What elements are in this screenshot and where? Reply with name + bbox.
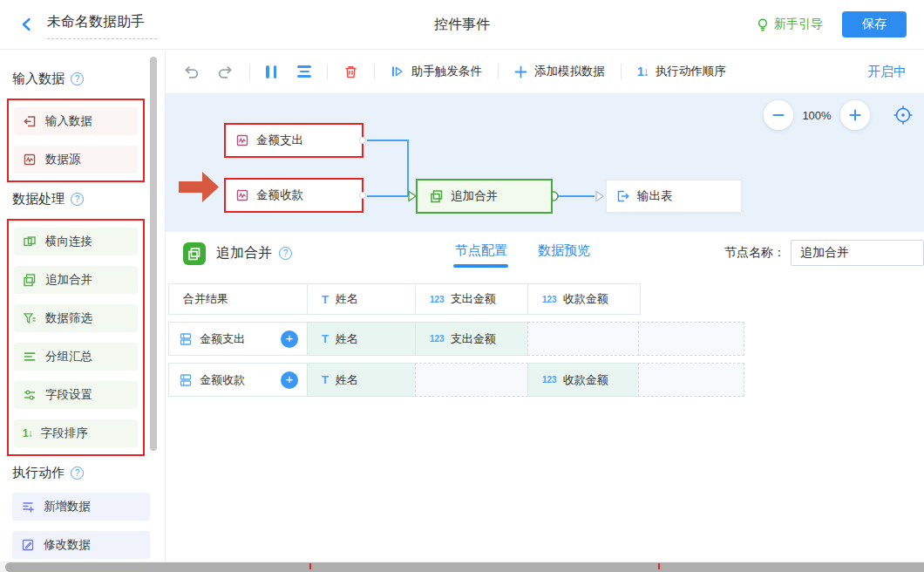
delete-button[interactable] bbox=[338, 61, 363, 83]
sort-icon: 1↓ bbox=[23, 428, 32, 439]
save-button[interactable]: 保存 bbox=[842, 11, 907, 37]
app-window: 未命名数据助手 控件事件 新手引导 保存 输入数据 ? bbox=[0, 0, 924, 572]
tutorial-arrow bbox=[179, 171, 220, 207]
tutorial-red-tick bbox=[658, 563, 660, 569]
header-cell-income-amount: 123 收款金额 bbox=[527, 283, 641, 315]
tutorial-highlight-box: 横向连接 追加合并 数据筛选 bbox=[7, 219, 145, 456]
node-output-table[interactable]: 输出表 bbox=[606, 180, 742, 213]
toolbar-divider bbox=[249, 64, 250, 79]
sidebar-item-label: 横向连接 bbox=[45, 234, 92, 249]
import-icon bbox=[23, 114, 37, 128]
sidebar-item-label: 输入数据 bbox=[45, 113, 92, 129]
merge-config-table: 合并结果 T 姓名 123 支出金额 123 收款金额 bbox=[166, 275, 924, 572]
sidebar-item-modify-data[interactable]: 修改数据 bbox=[12, 531, 150, 559]
zoom-out-button[interactable] bbox=[764, 100, 793, 130]
node-name-input[interactable] bbox=[791, 240, 924, 266]
source-cell-expense: 金额支出 + bbox=[168, 322, 308, 356]
vertical-bars-icon bbox=[266, 65, 276, 78]
locate-center-button[interactable] bbox=[893, 105, 914, 126]
node-amount-income[interactable]: 金额收款 bbox=[224, 178, 363, 213]
help-icon[interactable]: ? bbox=[279, 247, 292, 260]
sidebar-item-input-data[interactable]: 输入数据 bbox=[14, 107, 138, 135]
toolbar-divider bbox=[621, 64, 622, 79]
number-type-icon: 123 bbox=[542, 295, 557, 304]
tab-node-config[interactable]: 节点配置 bbox=[455, 242, 507, 259]
empty-mapping-cell[interactable] bbox=[415, 363, 528, 397]
vertical-layout-button[interactable] bbox=[261, 62, 282, 82]
zoom-in-button[interactable] bbox=[840, 100, 870, 130]
node-amount-expense[interactable]: 金额支出 bbox=[224, 123, 363, 158]
sidebar-item-label: 字段排序 bbox=[41, 426, 88, 441]
redo-icon bbox=[217, 65, 234, 79]
source-cell-income: 金额收款 + bbox=[168, 363, 308, 397]
horizontal-layout-button[interactable] bbox=[292, 62, 316, 81]
filter-icon bbox=[23, 311, 37, 325]
sidebar-item-group-summary[interactable]: 分组汇总 bbox=[14, 343, 138, 371]
sidebar-item-label: 数据源 bbox=[45, 152, 81, 167]
undo-icon bbox=[183, 65, 200, 79]
horizontal-scrollbar-thumb[interactable] bbox=[5, 562, 924, 572]
guide-button[interactable]: 新手引导 bbox=[756, 17, 823, 32]
source-label: 金额收款 bbox=[200, 372, 245, 388]
sidebar-item-label: 修改数据 bbox=[44, 537, 91, 553]
sidebar-item-field-sort[interactable]: 1↓ 字段排序 bbox=[14, 419, 138, 447]
tutorial-red-tick bbox=[309, 563, 311, 569]
append-merge-icon bbox=[23, 273, 37, 287]
horizontal-join-icon bbox=[23, 235, 37, 249]
table-rows-icon bbox=[179, 332, 193, 346]
sidebar-item-horizontal-join[interactable]: 横向连接 bbox=[14, 228, 138, 255]
sidebar-scrollbar-thumb[interactable] bbox=[150, 57, 157, 451]
plus-icon bbox=[848, 108, 862, 122]
help-icon[interactable]: ? bbox=[71, 193, 84, 206]
node-palette-sidebar: 输入数据 ? 输入数据 数据源 bbox=[0, 50, 166, 572]
chevron-left-icon bbox=[19, 17, 35, 32]
plus-icon bbox=[514, 65, 527, 78]
node-append-merge[interactable]: 追加合并 bbox=[416, 179, 553, 214]
sidebar-item-append-merge[interactable]: 追加合并 bbox=[14, 266, 138, 294]
add-field-button[interactable]: + bbox=[281, 371, 298, 389]
horizontal-scrollbar bbox=[0, 562, 924, 572]
export-icon bbox=[616, 189, 630, 203]
help-icon[interactable]: ? bbox=[71, 466, 84, 480]
field-settings-icon bbox=[23, 388, 37, 402]
sidebar-item-label: 追加合并 bbox=[45, 272, 92, 288]
sort-order-icon: 1↓ bbox=[637, 65, 649, 78]
mapping-cell[interactable]: T 姓名 bbox=[307, 322, 416, 356]
guide-label: 新手引导 bbox=[774, 17, 823, 32]
zoom-controls: 100% bbox=[764, 100, 914, 130]
add-mock-data-button[interactable]: 添加模拟数据 bbox=[509, 60, 610, 83]
sidebar-item-field-settings[interactable]: 字段设置 bbox=[14, 381, 138, 409]
tutorial-highlight-box: 输入数据 数据源 bbox=[7, 99, 145, 182]
mapping-cell[interactable]: 123 支出金额 bbox=[415, 322, 528, 356]
empty-mapping-cell[interactable] bbox=[638, 363, 744, 397]
sidebar-item-data-filter[interactable]: 数据筛选 bbox=[14, 304, 138, 332]
add-field-button[interactable]: + bbox=[281, 330, 298, 348]
table-header-row: 合并结果 T 姓名 123 支出金额 123 收款金额 bbox=[168, 283, 924, 315]
mapping-cell[interactable]: 123 收款金额 bbox=[527, 363, 639, 397]
mapping-cell[interactable]: T 姓名 bbox=[307, 363, 416, 397]
add-data-icon bbox=[21, 500, 35, 514]
flow-canvas[interactable]: 金额支出 金额收款 追加合并 bbox=[166, 93, 924, 232]
empty-mapping-cell[interactable] bbox=[638, 322, 744, 356]
node-label: 输出表 bbox=[637, 188, 673, 204]
action-order-button[interactable]: 1↓ 执行动作顺序 bbox=[632, 60, 731, 83]
help-icon[interactable]: ? bbox=[71, 72, 84, 85]
sidebar-item-add-data[interactable]: 新增数据 bbox=[12, 493, 150, 521]
number-type-icon: 123 bbox=[542, 375, 557, 385]
toolbar-divider bbox=[374, 64, 375, 79]
trigger-condition-button[interactable]: 助手触发条件 bbox=[385, 60, 487, 83]
redo-button[interactable] bbox=[212, 61, 239, 83]
status-toggle[interactable]: 开启中 bbox=[867, 64, 907, 80]
output-port[interactable] bbox=[359, 192, 366, 199]
undo-button[interactable] bbox=[178, 61, 205, 83]
group-summary-icon bbox=[23, 350, 37, 364]
header-cell-name: T 姓名 bbox=[307, 283, 416, 315]
empty-mapping-cell[interactable] bbox=[527, 322, 639, 356]
back-button[interactable] bbox=[17, 15, 37, 37]
output-port[interactable] bbox=[359, 137, 366, 144]
header-cell-expense-amount: 123 支出金额 bbox=[415, 283, 528, 315]
tab-data-preview[interactable]: 数据预览 bbox=[538, 242, 590, 259]
sidebar-item-datasource[interactable]: 数据源 bbox=[14, 146, 138, 174]
canvas-toolbar: 助手触发条件 添加模拟数据 1↓ 执行动作顺序 开启中 bbox=[166, 50, 924, 93]
document-title[interactable]: 未命名数据助手 bbox=[47, 10, 157, 39]
